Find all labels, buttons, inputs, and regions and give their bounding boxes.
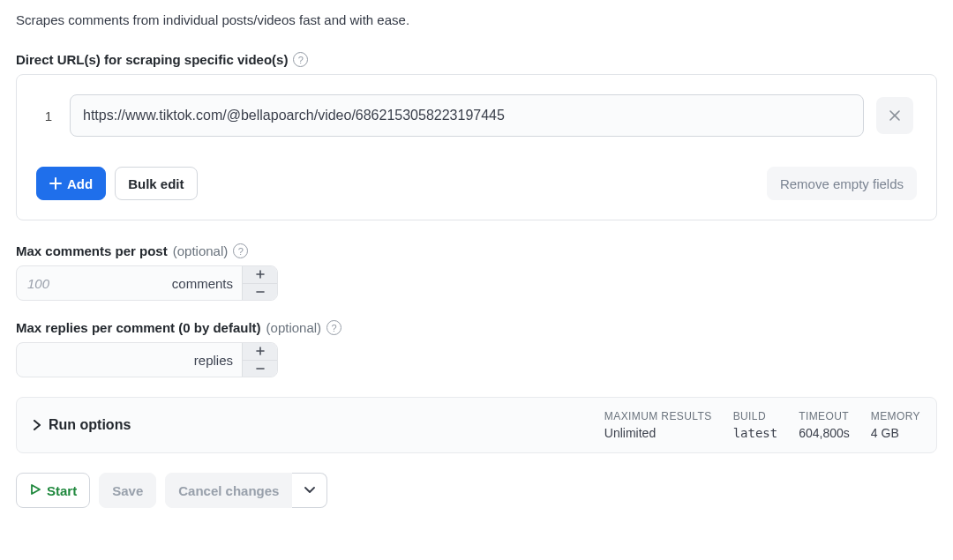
remove-empty-button: Remove empty fields (767, 167, 917, 200)
max-replies-stepper (242, 343, 277, 377)
stat-value: 4 GB (871, 426, 920, 440)
stat-label: BUILD (733, 410, 778, 422)
max-comments-stepper (242, 266, 277, 300)
max-comments-field: comments (16, 265, 278, 301)
decrement-button[interactable] (242, 283, 277, 301)
url-row: 1 (36, 94, 917, 137)
add-button-label: Add (67, 176, 93, 191)
decrement-button[interactable] (242, 360, 277, 377)
run-options-toggle[interactable]: Run options (33, 417, 131, 433)
stat-value: Unlimited (604, 426, 712, 440)
max-replies-label-text: Max replies per comment (0 by default) (16, 320, 261, 335)
stat-build: BUILD latest (733, 410, 778, 440)
max-comments-input[interactable] (17, 266, 172, 300)
cancel-button: Cancel changes (165, 473, 292, 508)
run-options-panel: Run options MAXIMUM RESULTS Unlimited BU… (16, 397, 937, 453)
row-index: 1 (40, 108, 57, 123)
max-replies-unit: replies (194, 353, 242, 368)
plus-icon (255, 346, 266, 356)
stat-label: MAXIMUM RESULTS (604, 410, 712, 422)
minus-icon (255, 363, 266, 374)
stat-memory: MEMORY 4 GB (871, 410, 920, 440)
chevron-down-icon (304, 487, 315, 494)
start-button[interactable]: Start (16, 473, 90, 508)
max-comments-label-text: Max comments per post (16, 243, 168, 258)
run-stats: MAXIMUM RESULTS Unlimited BUILD latest T… (604, 410, 920, 440)
more-actions-button[interactable] (292, 473, 327, 508)
increment-button[interactable] (242, 343, 277, 360)
stat-label: TIMEOUT (799, 410, 850, 422)
description-text: Scrapes comments from individual posts/v… (16, 12, 937, 27)
chevron-right-icon (33, 418, 41, 433)
stat-timeout: TIMEOUT 604,800s (799, 410, 850, 440)
max-comments-optional: (optional) (173, 243, 229, 258)
max-comments-label: Max comments per post (optional) ? (16, 243, 937, 258)
increment-button[interactable] (242, 266, 277, 283)
max-replies-input[interactable] (17, 343, 194, 377)
stat-label: MEMORY (871, 410, 920, 422)
save-button: Save (99, 473, 156, 508)
plus-icon (255, 269, 266, 280)
add-button[interactable]: Add (36, 167, 106, 200)
run-options-title: Run options (49, 417, 131, 433)
help-icon[interactable]: ? (233, 243, 248, 258)
stat-value: latest (733, 426, 778, 440)
plus-icon (49, 177, 62, 190)
urls-panel: 1 Add Bulk edit Remove empty fields (16, 74, 937, 220)
stat-value: 604,800s (799, 426, 850, 440)
start-label: Start (47, 483, 77, 498)
remove-row-button[interactable] (876, 97, 913, 134)
url-input[interactable] (70, 94, 864, 137)
close-icon (889, 109, 901, 122)
max-comments-unit: comments (172, 276, 242, 291)
minus-icon (255, 287, 266, 297)
max-replies-field: replies (16, 342, 278, 377)
bulk-edit-button[interactable]: Bulk edit (115, 167, 197, 200)
max-replies-optional: (optional) (266, 320, 322, 335)
url-button-bar: Add Bulk edit Remove empty fields (36, 167, 917, 200)
urls-label-text: Direct URL(s) for scraping specific vide… (16, 52, 288, 67)
help-icon[interactable]: ? (326, 320, 341, 335)
urls-label: Direct URL(s) for scraping specific vide… (16, 52, 937, 67)
max-replies-label: Max replies per comment (0 by default) (… (16, 320, 937, 335)
help-icon[interactable]: ? (293, 52, 308, 67)
bottom-action-bar: Start Save Cancel changes (16, 473, 937, 508)
stat-max-results: MAXIMUM RESULTS Unlimited (604, 410, 712, 440)
play-icon (29, 483, 41, 498)
